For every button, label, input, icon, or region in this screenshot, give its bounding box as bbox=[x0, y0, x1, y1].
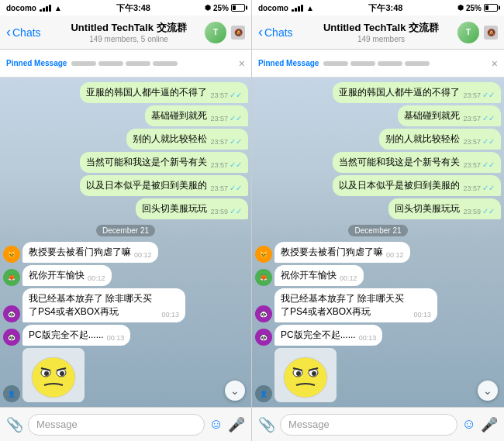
message-text: 我已经基本放弃了 除非哪天买了PS4或者XBOX再玩 bbox=[29, 292, 158, 319]
battery-icon-right bbox=[484, 4, 498, 12]
chat-title-right: Untitled TechTalk 交流群 bbox=[323, 21, 439, 35]
group-avatar[interactable]: T bbox=[205, 22, 226, 43]
message-meta: 23:57 ✓✓ bbox=[210, 114, 242, 122]
mute-icon-right[interactable]: 🔕 bbox=[484, 26, 498, 40]
attach-icon[interactable]: 📎 bbox=[6, 416, 23, 433]
message-time: 00:13 bbox=[359, 334, 377, 342]
battery-icon bbox=[231, 4, 245, 12]
message-time: 00:12 bbox=[88, 274, 105, 282]
incoming-bubble-wrapper: 🐱 教授要去被看门狗虐了嘛 00:12 bbox=[3, 242, 248, 263]
outgoing-bubble: 亚服的韩国人都牛逼的不得了 23:57 ✓✓ bbox=[333, 82, 501, 103]
input-placeholder: Message bbox=[36, 419, 78, 430]
mic-icon[interactable]: 🎤 bbox=[228, 416, 245, 433]
avatar: 🦊 bbox=[3, 269, 20, 286]
emoji-icon-right[interactable]: ☺ bbox=[462, 416, 476, 432]
outgoing-bubble: 以及日本似乎是被归到美服的 23:57 ✓✓ bbox=[80, 175, 248, 196]
message-text: 亚服的韩国人都牛逼的不得了 bbox=[86, 86, 207, 99]
message-text: 亚服的韩国人都牛逼的不得了 bbox=[339, 86, 460, 99]
read-receipt-icon: ✓✓ bbox=[230, 160, 242, 169]
message-text: 教授要去被看门狗虐了嘛 bbox=[29, 246, 131, 259]
sticker-image bbox=[274, 348, 337, 402]
read-receipt-icon: ✓✓ bbox=[230, 137, 242, 146]
chevron-icon: ‹ bbox=[6, 25, 11, 39]
chat-content-right: 亚服的韩国人都牛逼的不得了 23:57 ✓✓ 基础碰到就死 23:57 ✓✓ 别… bbox=[255, 82, 501, 402]
message-text: 教授要去被看门狗虐了嘛 bbox=[281, 246, 383, 259]
svg-point-13 bbox=[312, 371, 316, 376]
message-text: 别的人就比较轻松 bbox=[133, 133, 207, 146]
chat-messages-area[interactable]: 亚服的韩国人都牛逼的不得了 23:57 ✓✓ 基础碰到就死 23:57 ✓✓ 别… bbox=[0, 78, 251, 407]
back-button[interactable]: ‹ Chats bbox=[6, 26, 53, 39]
read-receipt-icon: ✓✓ bbox=[482, 160, 495, 169]
title-area-right: Untitled TechTalk 交流群 149 members bbox=[305, 21, 457, 43]
message-text: 基础碰到就死 bbox=[404, 109, 460, 122]
read-receipt-icon: ✓✓ bbox=[482, 137, 495, 146]
emoji-icon[interactable]: ☺ bbox=[209, 416, 223, 432]
message-time: 00:13 bbox=[161, 311, 179, 319]
svg-point-9 bbox=[284, 357, 327, 398]
chat-messages-area-right[interactable]: 亚服的韩国人都牛逼的不得了 23:57 ✓✓ 基础碰到就死 23:57 ✓✓ 别… bbox=[252, 78, 504, 407]
message-input-bar: 📎 Message ☺ 🎤 bbox=[0, 407, 251, 441]
group-avatar-right[interactable]: T bbox=[457, 22, 479, 43]
close-icon[interactable]: × bbox=[239, 57, 245, 70]
mic-icon-right[interactable]: 🎤 bbox=[481, 416, 498, 433]
incoming-bubble: PC版完全不起...... 00:13 bbox=[274, 325, 382, 346]
back-button-right[interactable]: ‹ Chats bbox=[258, 26, 305, 39]
message-meta: 23:59 ✓✓ bbox=[210, 207, 242, 215]
sticker-wrapper: 👤 bbox=[255, 348, 501, 402]
outgoing-bubble: 别的人就比较轻松 23:57 ✓✓ bbox=[126, 129, 248, 150]
incoming-bubble: 我已经基本放弃了 除非哪天买了PS4或者XBOX再玩 00:13 bbox=[274, 288, 437, 322]
pinned-message-bar-right[interactable]: Pinned Message × bbox=[252, 50, 504, 78]
outgoing-bubble: 回头切美服玩玩 23:59 ✓✓ bbox=[136, 198, 248, 219]
carrier-label: docomo bbox=[6, 4, 36, 12]
battery-label-right: 25% bbox=[466, 4, 482, 12]
message-text: 别的人就比较轻松 bbox=[385, 133, 460, 146]
sticker-image bbox=[22, 348, 85, 402]
message-text: 回头切美服玩玩 bbox=[142, 202, 207, 215]
pinned-content-right bbox=[323, 61, 488, 66]
message-text: 我已经基本放弃了 除非哪天买了PS4或者XBOX再玩 bbox=[281, 292, 410, 319]
nav-right: T 🔕 bbox=[205, 22, 245, 43]
message-text: PC版完全不起...... bbox=[281, 329, 356, 342]
message-time: 00:12 bbox=[134, 251, 152, 259]
attach-icon-right[interactable]: 📎 bbox=[258, 416, 275, 433]
incoming-bubble: 祝你开车愉快 00:12 bbox=[274, 265, 364, 286]
message-text: 当然可能和我这是个新号有关 bbox=[86, 156, 207, 169]
member-count-right: 149 members bbox=[357, 35, 405, 43]
incoming-bubble: 教授要去被看门狗虐了嘛 00:12 bbox=[22, 242, 158, 263]
outgoing-bubble: 回头切美服玩玩 23:59 ✓✓ bbox=[388, 198, 501, 219]
scroll-down-button-right[interactable]: ⌄ bbox=[478, 381, 498, 401]
avatar: 🐼 bbox=[255, 305, 272, 322]
close-icon-right[interactable]: × bbox=[492, 57, 498, 70]
message-meta: 23:59 ✓✓ bbox=[463, 207, 495, 215]
chat-panel-right: docomo ▲ 下午3:48 ⬢ 25% ‹ Chats Untitled T… bbox=[252, 0, 504, 441]
scroll-down-button[interactable]: ⌄ bbox=[225, 381, 245, 401]
incoming-bubble: PC版完全不起...... 00:13 bbox=[22, 325, 130, 346]
pinned-content bbox=[71, 61, 235, 66]
message-meta: 23:57 ✓✓ bbox=[463, 114, 495, 122]
message-input[interactable]: Message bbox=[28, 414, 205, 436]
bluetooth-icon-right: ⬢ bbox=[457, 4, 464, 12]
message-text: 当然可能和我这是个新号有关 bbox=[339, 156, 460, 169]
incoming-bubble-wrapper: 🦊 祝你开车愉快 00:12 bbox=[3, 265, 248, 286]
read-receipt-icon: ✓✓ bbox=[230, 207, 242, 215]
carrier-label-right: docomo bbox=[258, 4, 288, 12]
chat-content: 亚服的韩国人都牛逼的不得了 23:57 ✓✓ 基础碰到就死 23:57 ✓✓ 别… bbox=[3, 82, 248, 402]
navigation-header: ‹ Chats Untitled TechTalk 交流群 149 member… bbox=[0, 16, 251, 50]
status-right: ⬢ 25% bbox=[205, 4, 245, 12]
outgoing-bubble: 当然可能和我这是个新号有关 23:57 ✓✓ bbox=[80, 152, 248, 173]
message-input-right[interactable]: Message bbox=[280, 414, 457, 436]
svg-point-5 bbox=[60, 371, 64, 376]
outgoing-bubble: 当然可能和我这是个新号有关 23:57 ✓✓ bbox=[333, 152, 501, 173]
message-input-bar-right: 📎 Message ☺ 🎤 bbox=[252, 407, 504, 441]
status-left-right: docomo ▲ bbox=[258, 4, 314, 12]
pinned-message-bar[interactable]: Pinned Message × bbox=[0, 50, 251, 78]
avatar: 🐱 bbox=[3, 246, 20, 263]
member-count: 149 members, 5 online bbox=[89, 35, 168, 43]
outgoing-bubble: 基础碰到就死 23:57 ✓✓ bbox=[145, 105, 248, 126]
message-text: PC版完全不起...... bbox=[29, 329, 104, 342]
message-meta: 23:57 ✓✓ bbox=[463, 184, 495, 192]
bluetooth-icon: ⬢ bbox=[205, 4, 211, 12]
status-right-right: ⬢ 25% bbox=[457, 4, 498, 12]
mute-icon[interactable]: 🔕 bbox=[231, 26, 245, 40]
date-separator: December 21 bbox=[348, 225, 407, 236]
